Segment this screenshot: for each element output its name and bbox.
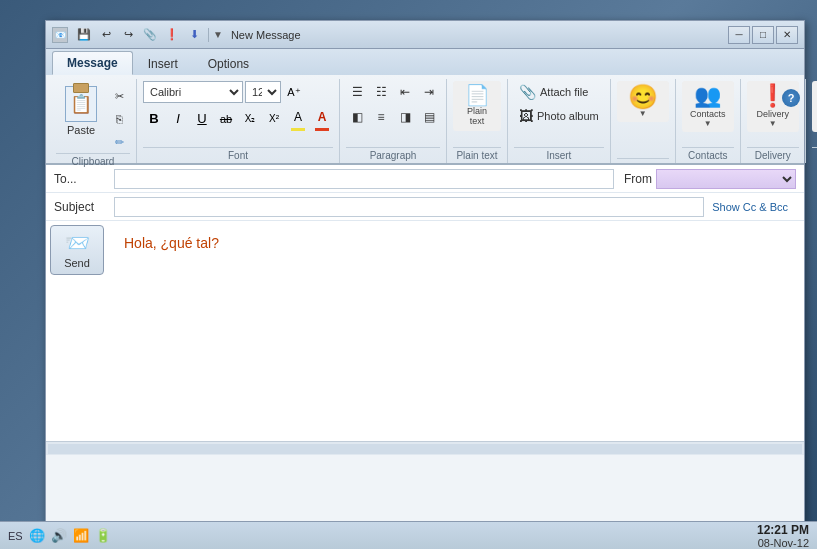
- from-label: From: [624, 172, 652, 186]
- maximize-btn[interactable]: □: [752, 26, 774, 44]
- to-input[interactable]: [114, 169, 614, 189]
- insert-label: Insert: [514, 147, 604, 163]
- font-family-select[interactable]: Calibri: [143, 81, 243, 103]
- emoji-btn[interactable]: 😊 ▼: [617, 81, 669, 122]
- copy-btn[interactable]: ⎘: [108, 108, 130, 130]
- align-center-btn[interactable]: ≡: [370, 106, 392, 128]
- ribbon-tabs: Message Insert Options ?: [46, 49, 804, 75]
- window-icon: 📧: [52, 27, 68, 43]
- help-button[interactable]: ?: [782, 89, 800, 107]
- lowpriority-btn[interactable]: ⬇: [184, 26, 204, 44]
- highlight-color-bar: [291, 128, 305, 131]
- signal-area: 📶: [73, 528, 89, 543]
- contacts-label: Contacts: [690, 109, 726, 119]
- align-right-btn[interactable]: ◨: [394, 106, 416, 128]
- font-color-btn[interactable]: A: [311, 106, 333, 128]
- tab-insert[interactable]: Insert: [133, 52, 193, 75]
- battery-area: 🔋: [95, 528, 111, 543]
- language-code: ES: [8, 530, 23, 542]
- format-painter-btn[interactable]: ✏: [108, 131, 130, 153]
- quick-access-toolbar: 💾 ↩ ↪ 📎 ❗ ⬇ ▼: [74, 26, 223, 44]
- to-field: To... From: [46, 165, 804, 193]
- subscript-btn[interactable]: X₂: [239, 108, 261, 130]
- highlight-btn[interactable]: A: [287, 106, 309, 128]
- send-icon: 📨: [65, 231, 90, 255]
- send-button[interactable]: 📨 Send: [50, 225, 104, 275]
- plain-text-icon: 📄: [465, 85, 490, 105]
- volume-area[interactable]: 🔊: [51, 528, 67, 543]
- horizontal-scrollbar[interactable]: [46, 441, 804, 455]
- save-quick-btn[interactable]: 💾: [74, 26, 94, 44]
- bold-btn[interactable]: B: [143, 108, 165, 130]
- message-body-area: 📨 Send Hola, ¿qué tal?: [46, 221, 804, 441]
- align-left-btn[interactable]: ◧: [346, 106, 368, 128]
- increase-indent-btn[interactable]: ⇥: [418, 81, 440, 103]
- font-label: Font: [143, 147, 333, 163]
- undo-btn[interactable]: ↩: [96, 26, 116, 44]
- language-indicator[interactable]: ES: [8, 530, 23, 542]
- ribbon: 📋 Paste ✂ ⎘ ✏ Clipboard Calibri: [46, 75, 804, 165]
- priority-btn[interactable]: ❗: [162, 26, 182, 44]
- plain-text-label: Plaintext: [467, 107, 487, 127]
- delivery-label: Delivery: [757, 109, 790, 119]
- close-btn[interactable]: ✕: [776, 26, 798, 44]
- subject-label: Subject: [54, 200, 114, 214]
- paste-label: Paste: [67, 124, 95, 136]
- font-color-btn-wrap: A: [311, 106, 333, 131]
- from-select[interactable]: [656, 169, 796, 189]
- numbered-list-btn[interactable]: ☷: [370, 81, 392, 103]
- customize-toolbar: ▼: [213, 29, 223, 40]
- paragraph-content: ☰ ☷ ⇤ ⇥ ◧ ≡ ◨ ▤: [346, 79, 440, 147]
- paragraph-label: Paragraph: [346, 147, 440, 163]
- font-content: Calibri 12 A⁺ B I U ab X₂ X² A: [143, 79, 333, 147]
- justify-btn[interactable]: ▤: [418, 106, 440, 128]
- insert-group: 📎 Attach file 🖼 Photo album Insert: [508, 79, 611, 163]
- taskbar: ES 🌐 🔊 📶 🔋 12:21 PM 08-Nov-12: [0, 521, 817, 549]
- decrease-indent-btn[interactable]: ⇤: [394, 81, 416, 103]
- emoji-group: 😊 ▼: [611, 79, 676, 163]
- underline-btn[interactable]: U: [191, 108, 213, 130]
- editing-btn[interactable]: 🔤 Editing ▼: [812, 81, 817, 132]
- clock-area: 12:21 PM 08-Nov-12: [757, 523, 809, 549]
- window-controls: ─ □ ✕: [728, 26, 798, 44]
- font-size-select[interactable]: 12: [245, 81, 281, 103]
- paperclip-btn[interactable]: 📎: [140, 26, 160, 44]
- plain-text-group-label: Plain text: [453, 147, 501, 163]
- clock-date: 08-Nov-12: [757, 537, 809, 549]
- clipboard-content: 📋 Paste ✂ ⎘ ✏: [56, 79, 130, 153]
- compose-area: To... From Subject Show Cc & Bcc 📨 Send …: [46, 165, 804, 441]
- font-row-2: B I U ab X₂ X² A A: [143, 106, 333, 131]
- superscript-btn[interactable]: X²: [263, 108, 285, 130]
- photo-icon: 🖼: [519, 108, 533, 124]
- emoji-arrow: ▼: [639, 109, 647, 118]
- paste-button[interactable]: 📋 Paste: [56, 81, 106, 141]
- photo-album-label: Photo album: [537, 110, 599, 122]
- para-row-1: ☰ ☷ ⇤ ⇥: [346, 81, 440, 103]
- font-row-1: Calibri 12 A⁺: [143, 81, 305, 103]
- paragraph-group: ☰ ☷ ⇤ ⇥ ◧ ≡ ◨ ▤ Paragraph: [340, 79, 447, 163]
- font-group: Calibri 12 A⁺ B I U ab X₂ X² A: [137, 79, 340, 163]
- tab-options[interactable]: Options: [193, 52, 264, 75]
- contacts-icon: 👥: [694, 85, 721, 107]
- message-body[interactable]: Hola, ¿qué tal?: [108, 221, 804, 441]
- contacts-btn[interactable]: 👥 Contacts ▼: [682, 81, 734, 132]
- attach-file-btn[interactable]: 📎 Attach file: [514, 81, 593, 103]
- italic-btn[interactable]: I: [167, 108, 189, 130]
- photo-album-btn[interactable]: 🖼 Photo album: [514, 105, 604, 127]
- grow-font-btn[interactable]: A⁺: [283, 81, 305, 103]
- subject-input[interactable]: [114, 197, 704, 217]
- title-bar: 📧 💾 ↩ ↪ 📎 ❗ ⬇ ▼ New Message ─ □ ✕: [46, 21, 804, 49]
- bullet-list-btn[interactable]: ☰: [346, 81, 368, 103]
- redo-btn[interactable]: ↪: [118, 26, 138, 44]
- strikethrough-btn[interactable]: ab: [215, 108, 237, 130]
- tab-message[interactable]: Message: [52, 51, 133, 75]
- cut-btn[interactable]: ✂: [108, 85, 130, 107]
- contacts-content: 👥 Contacts ▼: [682, 79, 734, 147]
- minimize-btn[interactable]: ─: [728, 26, 750, 44]
- clipboard-group: 📋 Paste ✂ ⎘ ✏ Clipboard: [50, 79, 137, 163]
- font-color-bar: [315, 128, 329, 131]
- show-cc-bcc-link[interactable]: Show Cc & Bcc: [704, 201, 796, 213]
- plain-text-btn[interactable]: 📄 Plaintext: [453, 81, 501, 131]
- window-title: New Message: [227, 29, 724, 41]
- network-icon-area: 🌐: [29, 528, 45, 543]
